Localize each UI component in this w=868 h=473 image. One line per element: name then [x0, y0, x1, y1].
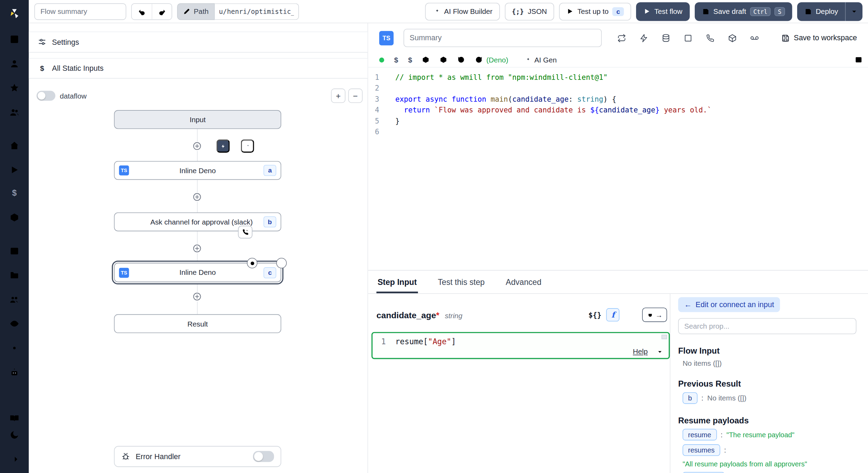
- insert-step-plus-icon[interactable]: [193, 193, 202, 202]
- status-dot: [379, 57, 384, 62]
- save-to-workspace-button[interactable]: Save to workspace: [781, 33, 857, 42]
- help-link[interactable]: Help: [633, 347, 648, 356]
- connect-input-plug-button[interactable]: →: [642, 307, 667, 322]
- voicemail-icon[interactable]: [750, 33, 759, 42]
- package-icon[interactable]: [440, 56, 448, 64]
- groups-icon[interactable]: [9, 294, 19, 304]
- tab-step-input[interactable]: Step Input: [376, 272, 418, 293]
- home-icon[interactable]: [9, 141, 19, 151]
- schedules-calendar-icon[interactable]: [9, 246, 19, 256]
- flow-summary-input[interactable]: [34, 3, 126, 20]
- prop-chip-resumes[interactable]: resumes: [683, 444, 720, 456]
- user-icon[interactable]: [9, 59, 19, 69]
- error-handler-toggle[interactable]: [253, 451, 274, 462]
- test-flow-button[interactable]: Test flow: [636, 2, 690, 21]
- library-panel-icon[interactable]: [855, 56, 862, 64]
- ai-wand-button[interactable]: [241, 140, 254, 153]
- redo-button[interactable]: [152, 3, 172, 19]
- zap-icon[interactable]: [640, 33, 649, 42]
- package-icon[interactable]: [422, 56, 430, 64]
- node-input-label: Input: [190, 115, 206, 124]
- prop-chip-b[interactable]: b: [683, 392, 698, 404]
- sidebar: $: [0, 0, 29, 473]
- code-editor[interactable]: 1// import * as wmill from "npm:windmill…: [368, 68, 868, 138]
- deploy-button[interactable]: Deploy: [797, 2, 845, 21]
- collapse-arrow-right-icon[interactable]: [9, 454, 19, 464]
- static-inputs-row[interactable]: $ All Static Inputs: [29, 58, 368, 78]
- save-icon: [781, 33, 790, 42]
- json-button[interactable]: {;} JSON: [505, 2, 554, 20]
- columns-icon[interactable]: [9, 34, 19, 44]
- save-to-workspace-label: Save to workspace: [794, 34, 857, 42]
- insert-step-plus-icon[interactable]: [193, 244, 202, 253]
- ts-lang-badge[interactable]: TS: [379, 31, 393, 45]
- node-approval-slack[interactable]: Ask channel for approval (slack) b: [114, 212, 281, 231]
- suspend-phone-incoming-icon[interactable]: [238, 226, 252, 239]
- code-lines: 1// import * as wmill from "npm:windmill…: [368, 72, 868, 137]
- expression-editor[interactable]: 1 resume["Age"] Help: [372, 332, 670, 359]
- save-draft-label: Save draft: [713, 7, 746, 16]
- chevron-down-icon[interactable]: [657, 348, 663, 355]
- move-crosshair-icon[interactable]: [247, 258, 257, 268]
- zoom-in-button[interactable]: +: [331, 88, 345, 103]
- square-icon[interactable]: [684, 33, 693, 42]
- flow-settings-row[interactable]: Settings: [29, 32, 368, 53]
- dollar-icon[interactable]: $: [408, 56, 412, 64]
- workers-robot-icon[interactable]: [9, 368, 19, 378]
- zoom-out-button[interactable]: −: [348, 88, 362, 103]
- path-edit-button[interactable]: Path: [177, 3, 215, 20]
- tab-test-this-step[interactable]: Test this step: [437, 272, 486, 293]
- docs-book-icon[interactable]: [9, 413, 19, 423]
- search-prop-input[interactable]: [678, 318, 856, 334]
- users-icon[interactable]: [9, 107, 19, 117]
- node-result-label: Result: [187, 320, 208, 328]
- template-dollar-braces-button[interactable]: ${}: [589, 311, 601, 319]
- resources-box-icon[interactable]: [9, 212, 19, 222]
- history-icon[interactable]: [458, 56, 465, 64]
- path-input[interactable]: [215, 3, 299, 20]
- step-id-badge: b: [263, 216, 276, 227]
- deploy-more-chevron-button[interactable]: [845, 2, 862, 21]
- node-inline-deno-a[interactable]: TS Inline Deno a: [114, 161, 281, 180]
- test-up-to-button[interactable]: Test up to c: [559, 2, 631, 20]
- variables-dollar-icon[interactable]: $: [12, 188, 17, 198]
- trigger-bolt-button[interactable]: [216, 140, 229, 153]
- test-flow-label: Test flow: [654, 7, 683, 16]
- prop-chip-resume[interactable]: resume: [683, 429, 717, 440]
- topbar: Path AI Flow Builder {;} JSON Test up to…: [29, 0, 868, 23]
- dollar-icon[interactable]: $: [394, 56, 398, 64]
- settings-gear-icon[interactable]: [9, 343, 19, 353]
- phone-icon[interactable]: [706, 33, 715, 42]
- star-icon[interactable]: [9, 83, 19, 93]
- node-result[interactable]: Result: [114, 314, 281, 333]
- play-outline-icon: [566, 8, 574, 15]
- dark-mode-moon-icon[interactable]: [9, 430, 19, 440]
- delete-step-close-icon[interactable]: [276, 258, 287, 268]
- function-button[interactable]: f: [607, 308, 620, 321]
- error-handler-row[interactable]: Error Handler: [114, 446, 281, 467]
- database-icon[interactable]: [661, 33, 670, 42]
- summary-input[interactable]: [403, 29, 602, 47]
- refresh-icon[interactable]: [475, 56, 483, 64]
- run-play-icon[interactable]: [9, 165, 19, 175]
- repeat-icon[interactable]: [617, 33, 626, 42]
- box-icon[interactable]: [728, 33, 737, 42]
- folders-icon[interactable]: [9, 270, 19, 280]
- resize-handle[interactable]: [661, 335, 667, 339]
- ai-flow-builder-button[interactable]: AI Flow Builder: [425, 2, 500, 20]
- insert-step-plus-icon[interactable]: [193, 142, 202, 151]
- ai-gen-button[interactable]: AI Gen: [524, 56, 557, 64]
- audit-eye-icon[interactable]: [9, 319, 19, 329]
- dataflow-toggle[interactable]: [36, 91, 55, 101]
- tab-advanced[interactable]: Advanced: [504, 272, 542, 293]
- undo-button[interactable]: [132, 3, 151, 19]
- edit-connect-input-button[interactable]: ← Edit or connect an input: [678, 297, 780, 312]
- node-input[interactable]: Input: [114, 110, 281, 129]
- insert-step-plus-icon[interactable]: [193, 292, 202, 302]
- s-keycap: S: [775, 7, 785, 16]
- save-draft-button[interactable]: Save draft Ctrl S: [694, 2, 792, 21]
- windmill-logo-icon[interactable]: [7, 6, 22, 21]
- node-title: Inline Deno: [180, 268, 216, 277]
- braces-icon: {;}: [512, 8, 524, 15]
- required-asterisk: *: [436, 310, 439, 320]
